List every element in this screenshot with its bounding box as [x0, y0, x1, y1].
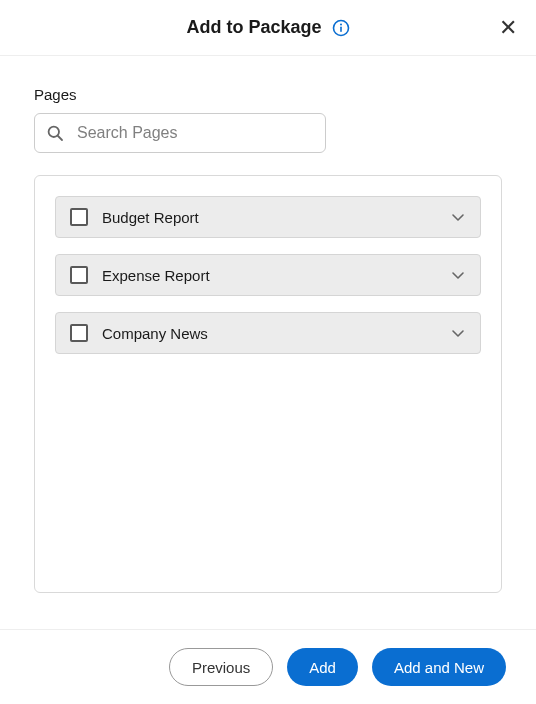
pages-label: Pages [34, 86, 502, 103]
pages-list-box: Budget Report Expense Report Company New… [34, 175, 502, 593]
item-label: Expense Report [102, 267, 450, 284]
svg-point-1 [340, 23, 342, 25]
close-icon: ✕ [499, 17, 517, 39]
list-item[interactable]: Budget Report [55, 196, 481, 238]
item-label: Company News [102, 325, 450, 342]
modal-content: Pages Budget Report Expense Report [0, 56, 536, 593]
checkbox[interactable] [70, 266, 88, 284]
search-input[interactable] [34, 113, 326, 153]
chevron-down-icon[interactable] [450, 209, 466, 225]
svg-rect-2 [340, 26, 342, 32]
item-label: Budget Report [102, 209, 450, 226]
list-item[interactable]: Expense Report [55, 254, 481, 296]
chevron-down-icon[interactable] [450, 267, 466, 283]
checkbox[interactable] [70, 324, 88, 342]
modal-header: Add to Package ✕ [0, 0, 536, 56]
modal-title: Add to Package [186, 17, 321, 38]
previous-button[interactable]: Previous [169, 648, 273, 686]
add-and-new-button[interactable]: Add and New [372, 648, 506, 686]
info-icon[interactable] [332, 19, 350, 37]
chevron-down-icon[interactable] [450, 325, 466, 341]
list-item[interactable]: Company News [55, 312, 481, 354]
checkbox[interactable] [70, 208, 88, 226]
header-title-group: Add to Package [186, 17, 349, 38]
search-wrap [34, 113, 326, 153]
close-button[interactable]: ✕ [492, 12, 524, 44]
add-button[interactable]: Add [287, 648, 358, 686]
modal-footer: Previous Add Add and New [0, 629, 536, 704]
